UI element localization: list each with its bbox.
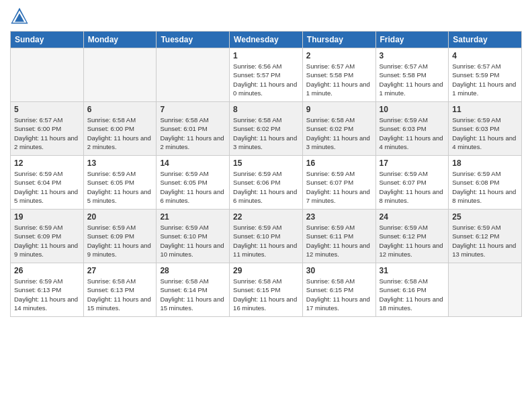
day-info: Sunrise: 6:58 AM Sunset: 6:01 PM Dayligh… — [160, 116, 226, 151]
day-number: 17 — [380, 158, 445, 168]
day-number: 29 — [233, 266, 299, 275]
calendar-day-cell: 16Sunrise: 6:59 AM Sunset: 6:07 PM Dayli… — [302, 156, 375, 210]
calendar-day-cell: 17Sunrise: 6:59 AM Sunset: 6:07 PM Dayli… — [375, 156, 449, 210]
day-info: Sunrise: 6:58 AM Sunset: 6:15 PM Dayligh… — [233, 277, 299, 312]
day-number: 4 — [452, 51, 518, 60]
day-number: 2 — [306, 51, 372, 60]
calendar-day-cell: 7Sunrise: 6:58 AM Sunset: 6:01 PM Daylig… — [157, 102, 230, 156]
day-info: Sunrise: 6:58 AM Sunset: 6:14 PM Dayligh… — [160, 277, 226, 312]
day-info: Sunrise: 6:59 AM Sunset: 6:03 PM Dayligh… — [452, 116, 518, 151]
calendar-week-row: 26Sunrise: 6:59 AM Sunset: 6:13 PM Dayli… — [11, 263, 522, 317]
day-number: 20 — [87, 212, 153, 222]
day-info: Sunrise: 6:59 AM Sunset: 6:09 PM Dayligh… — [14, 223, 80, 259]
day-number: 12 — [14, 158, 80, 168]
calendar-day-cell: 19Sunrise: 6:59 AM Sunset: 6:09 PM Dayli… — [11, 210, 84, 263]
day-info: Sunrise: 6:59 AM Sunset: 6:10 PM Dayligh… — [160, 223, 226, 259]
calendar-week-row: 5Sunrise: 6:57 AM Sunset: 6:00 PM Daylig… — [11, 102, 522, 156]
calendar-day-cell: 8Sunrise: 6:58 AM Sunset: 6:02 PM Daylig… — [230, 102, 303, 156]
day-info: Sunrise: 6:59 AM Sunset: 6:07 PM Dayligh… — [380, 169, 445, 205]
calendar-day-cell — [449, 263, 522, 317]
calendar-week-row: 1Sunrise: 6:56 AM Sunset: 5:57 PM Daylig… — [11, 48, 522, 102]
calendar-day-cell: 22Sunrise: 6:59 AM Sunset: 6:10 PM Dayli… — [230, 210, 303, 263]
day-info: Sunrise: 6:59 AM Sunset: 6:12 PM Dayligh… — [452, 223, 518, 259]
weekday-header: Friday — [375, 32, 449, 48]
weekday-header: Saturday — [449, 32, 522, 48]
page-container: SundayMondayTuesdayWednesdayThursdayFrid… — [0, 0, 532, 411]
day-info: Sunrise: 6:59 AM Sunset: 6:12 PM Dayligh… — [380, 223, 445, 259]
calendar-day-cell: 14Sunrise: 6:59 AM Sunset: 6:05 PM Dayli… — [157, 156, 230, 210]
day-info: Sunrise: 6:58 AM Sunset: 6:02 PM Dayligh… — [306, 116, 372, 151]
page-header — [10, 7, 522, 26]
day-number: 14 — [160, 158, 226, 168]
day-info: Sunrise: 6:58 AM Sunset: 6:16 PM Dayligh… — [380, 277, 445, 312]
calendar-day-cell — [11, 48, 84, 102]
calendar-day-cell: 27Sunrise: 6:58 AM Sunset: 6:13 PM Dayli… — [83, 263, 157, 317]
day-info: Sunrise: 6:57 AM Sunset: 5:58 PM Dayligh… — [306, 62, 372, 97]
calendar-day-cell: 20Sunrise: 6:59 AM Sunset: 6:09 PM Dayli… — [83, 210, 157, 263]
day-info: Sunrise: 6:58 AM Sunset: 6:13 PM Dayligh… — [87, 277, 153, 312]
day-number: 13 — [87, 158, 153, 168]
logo-icon — [10, 7, 29, 26]
day-number: 18 — [452, 158, 518, 168]
day-info: Sunrise: 6:59 AM Sunset: 6:06 PM Dayligh… — [233, 169, 299, 205]
calendar-day-cell: 23Sunrise: 6:59 AM Sunset: 6:11 PM Dayli… — [302, 210, 375, 263]
calendar-day-cell — [157, 48, 230, 102]
calendar-day-cell — [83, 48, 157, 102]
day-info: Sunrise: 6:59 AM Sunset: 6:11 PM Dayligh… — [306, 223, 372, 259]
day-info: Sunrise: 6:59 AM Sunset: 6:13 PM Dayligh… — [14, 277, 80, 312]
day-info: Sunrise: 6:58 AM Sunset: 6:00 PM Dayligh… — [87, 116, 153, 151]
day-number: 5 — [14, 105, 80, 114]
calendar-day-cell: 3Sunrise: 6:57 AM Sunset: 5:58 PM Daylig… — [375, 48, 449, 102]
day-number: 15 — [233, 158, 299, 168]
day-number: 26 — [14, 266, 80, 275]
calendar-header-row: SundayMondayTuesdayWednesdayThursdayFrid… — [11, 32, 522, 48]
day-info: Sunrise: 6:57 AM Sunset: 6:00 PM Dayligh… — [14, 116, 80, 151]
calendar-day-cell: 10Sunrise: 6:59 AM Sunset: 6:03 PM Dayli… — [375, 102, 449, 156]
calendar-day-cell: 5Sunrise: 6:57 AM Sunset: 6:00 PM Daylig… — [11, 102, 84, 156]
calendar-day-cell: 13Sunrise: 6:59 AM Sunset: 6:05 PM Dayli… — [83, 156, 157, 210]
day-info: Sunrise: 6:59 AM Sunset: 6:03 PM Dayligh… — [380, 116, 445, 151]
day-number: 24 — [380, 212, 445, 222]
calendar-day-cell: 29Sunrise: 6:58 AM Sunset: 6:15 PM Dayli… — [230, 263, 303, 317]
logo — [10, 7, 32, 26]
calendar-day-cell: 24Sunrise: 6:59 AM Sunset: 6:12 PM Dayli… — [375, 210, 449, 263]
weekday-header: Wednesday — [230, 32, 303, 48]
day-info: Sunrise: 6:57 AM Sunset: 5:59 PM Dayligh… — [452, 62, 518, 97]
day-info: Sunrise: 6:56 AM Sunset: 5:57 PM Dayligh… — [233, 62, 299, 97]
day-number: 27 — [87, 266, 153, 275]
day-number: 11 — [452, 105, 518, 114]
calendar-day-cell: 15Sunrise: 6:59 AM Sunset: 6:06 PM Dayli… — [230, 156, 303, 210]
weekday-header: Thursday — [302, 32, 375, 48]
day-number: 10 — [380, 105, 445, 114]
calendar-day-cell: 25Sunrise: 6:59 AM Sunset: 6:12 PM Dayli… — [449, 210, 522, 263]
day-number: 31 — [380, 266, 445, 275]
calendar-day-cell: 21Sunrise: 6:59 AM Sunset: 6:10 PM Dayli… — [157, 210, 230, 263]
calendar-table: SundayMondayTuesdayWednesdayThursdayFrid… — [10, 31, 522, 317]
calendar-day-cell: 26Sunrise: 6:59 AM Sunset: 6:13 PM Dayli… — [11, 263, 84, 317]
calendar-day-cell: 12Sunrise: 6:59 AM Sunset: 6:04 PM Dayli… — [11, 156, 84, 210]
day-info: Sunrise: 6:59 AM Sunset: 6:08 PM Dayligh… — [452, 169, 518, 205]
calendar-week-row: 12Sunrise: 6:59 AM Sunset: 6:04 PM Dayli… — [11, 156, 522, 210]
day-number: 30 — [306, 266, 372, 275]
day-info: Sunrise: 6:59 AM Sunset: 6:05 PM Dayligh… — [160, 169, 226, 205]
calendar-day-cell: 11Sunrise: 6:59 AM Sunset: 6:03 PM Dayli… — [449, 102, 522, 156]
day-info: Sunrise: 6:59 AM Sunset: 6:05 PM Dayligh… — [87, 169, 153, 205]
day-number: 7 — [160, 105, 226, 114]
day-number: 25 — [452, 212, 518, 222]
calendar-day-cell: 1Sunrise: 6:56 AM Sunset: 5:57 PM Daylig… — [230, 48, 303, 102]
day-info: Sunrise: 6:59 AM Sunset: 6:10 PM Dayligh… — [233, 223, 299, 259]
day-info: Sunrise: 6:57 AM Sunset: 5:58 PM Dayligh… — [380, 62, 445, 97]
day-number: 21 — [160, 212, 226, 222]
day-number: 1 — [233, 51, 299, 60]
weekday-header: Tuesday — [157, 32, 230, 48]
day-info: Sunrise: 6:59 AM Sunset: 6:07 PM Dayligh… — [306, 169, 372, 205]
calendar-week-row: 19Sunrise: 6:59 AM Sunset: 6:09 PM Dayli… — [11, 210, 522, 263]
day-number: 23 — [306, 212, 372, 222]
day-number: 8 — [233, 105, 299, 114]
day-number: 19 — [14, 212, 80, 222]
weekday-header: Monday — [83, 32, 157, 48]
calendar-day-cell: 6Sunrise: 6:58 AM Sunset: 6:00 PM Daylig… — [83, 102, 157, 156]
day-number: 9 — [306, 105, 372, 114]
calendar-day-cell: 30Sunrise: 6:58 AM Sunset: 6:15 PM Dayli… — [302, 263, 375, 317]
day-number: 6 — [87, 105, 153, 114]
